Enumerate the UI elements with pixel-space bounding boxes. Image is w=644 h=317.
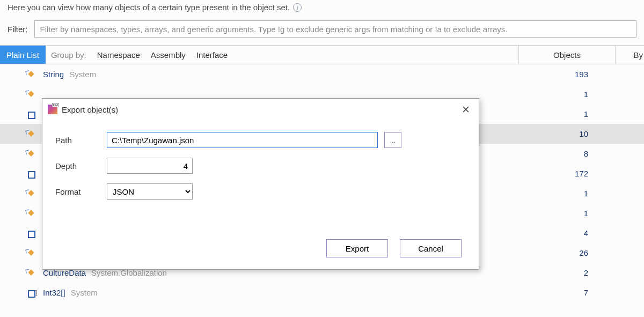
close-icon[interactable]: [458, 102, 473, 117]
struct-icon: [26, 289, 35, 297]
class-icon: [26, 150, 35, 158]
filter-input[interactable]: [34, 20, 637, 38]
export-dialog: Export object(s) Path ... Depth Format J…: [42, 98, 479, 270]
dialog-title: Export object(s): [62, 105, 458, 114]
description-text: Here you can view how many objects of a …: [8, 3, 290, 12]
group-by-interface[interactable]: Interface: [191, 46, 233, 64]
class-icon: [26, 71, 35, 78]
type-name: Int32[]: [41, 288, 65, 297]
info-icon[interactable]: i: [293, 3, 302, 12]
format-select[interactable]: JSON: [107, 183, 193, 200]
type-name: String: [41, 70, 64, 79]
type-namespace: System: [65, 288, 98, 297]
dialog-titlebar: Export object(s): [42, 99, 479, 120]
depth-input[interactable]: [107, 158, 193, 174]
group-by-assembly[interactable]: Assembly: [145, 46, 191, 64]
column-bytes-header[interactable]: By: [615, 46, 644, 64]
object-count: 172: [518, 169, 615, 178]
object-count: 1: [518, 109, 615, 119]
struct-icon: [26, 230, 35, 237]
table-row[interactable]: []Int32[]System7: [0, 283, 644, 303]
struct-icon: [26, 110, 35, 118]
export-button[interactable]: Export: [326, 239, 388, 257]
class-icon: [26, 91, 35, 98]
object-count: 1: [518, 209, 615, 218]
object-count: 7: [518, 288, 615, 297]
group-by-label: Group by:: [46, 46, 92, 64]
object-count: 26: [518, 248, 615, 257]
toolbar: Plain List Group by: Namespace Assembly …: [0, 45, 644, 64]
type-namespace: System: [64, 70, 96, 79]
object-count: 193: [518, 70, 615, 79]
class-icon: [26, 130, 35, 138]
depth-label: Depth: [55, 161, 107, 171]
tab-plain-list[interactable]: Plain List: [0, 46, 46, 64]
object-count: 1: [518, 90, 615, 99]
group-by-namespace[interactable]: Namespace: [92, 46, 145, 64]
object-count: 1: [518, 189, 615, 198]
format-label: Format: [55, 187, 107, 196]
object-count: 8: [518, 149, 615, 158]
table-row[interactable]: StringSystem193: [0, 64, 644, 84]
class-icon: [26, 210, 35, 217]
cancel-button[interactable]: Cancel: [400, 239, 462, 257]
dotmemory-icon: [48, 105, 57, 114]
class-icon: [26, 249, 35, 257]
object-count: 2: [518, 268, 615, 277]
column-objects-header[interactable]: Objects: [518, 46, 615, 64]
class-icon: [26, 190, 35, 197]
object-count: 4: [518, 228, 615, 238]
path-label: Path: [55, 136, 107, 145]
description-bar: Here you can view how many objects of a …: [0, 0, 644, 17]
class-icon: [26, 269, 35, 277]
object-count: 10: [518, 129, 615, 138]
filter-label: Filter:: [8, 25, 28, 34]
filter-row: Filter:: [0, 17, 644, 45]
struct-icon: [26, 170, 35, 178]
path-input[interactable]: [107, 132, 378, 148]
browse-button[interactable]: ...: [384, 132, 401, 148]
